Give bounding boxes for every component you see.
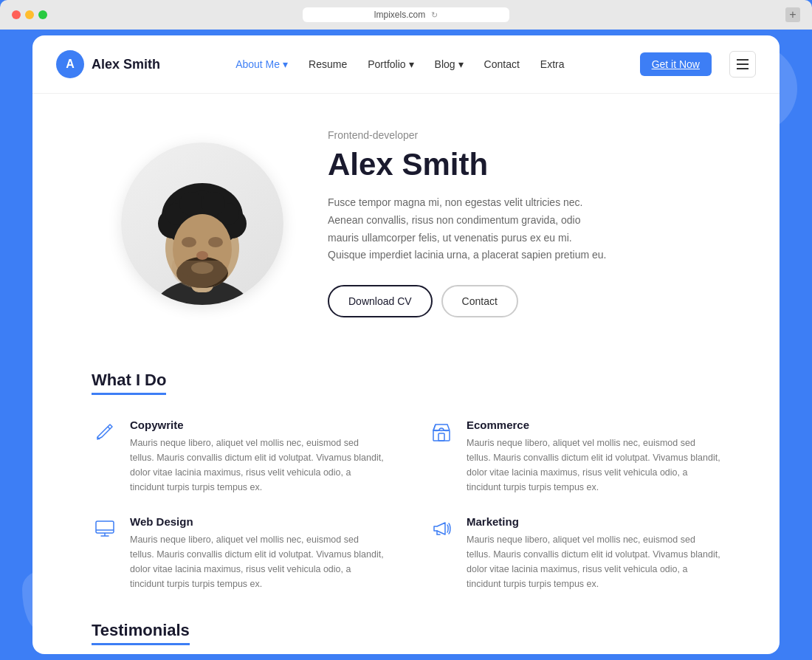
minimize-button[interactable] [25, 10, 34, 19]
svg-point-12 [202, 192, 225, 216]
logo-avatar: A [56, 50, 84, 78]
service-marketing-title: Marketing [467, 515, 720, 528]
nav-item-blog[interactable]: Blog ▾ [435, 58, 464, 70]
hamburger-menu[interactable] [729, 51, 756, 78]
service-copywrite-title: Copywrite [130, 419, 384, 431]
nav-link-contact[interactable]: Contact [484, 58, 520, 70]
new-tab-button[interactable]: + [785, 7, 800, 22]
store-icon [428, 419, 455, 445]
traffic-lights [12, 10, 47, 19]
hero-buttons: Download CV Contact [328, 285, 720, 317]
address-bar[interactable]: lmpixels.com ↻ [303, 7, 509, 22]
service-marketing-desc: Mauris neque libero, aliquet vel mollis … [467, 532, 720, 591]
nav-item-extra[interactable]: Extra [540, 58, 565, 70]
hero-info: Frontend-developer Alex Smith Fusce temp… [328, 129, 720, 317]
contact-button[interactable]: Contact [441, 285, 518, 317]
service-ecommerce-content: Ecommerce Mauris neque libero, aliquet v… [467, 419, 720, 495]
main-card: A Alex Smith About Me ▾ Resume Portfolio… [32, 35, 780, 654]
testimonials-section: Testimonials [32, 615, 780, 654]
logo-initial: A [66, 58, 75, 71]
service-copywrite: Copywrite Mauris neque libero, aliquet v… [92, 419, 384, 495]
service-webdesign-content: Web Design Mauris neque libero, aliquet … [130, 515, 384, 591]
download-cv-button[interactable]: Download CV [328, 285, 433, 317]
nav-link-blog[interactable]: Blog ▾ [435, 58, 464, 70]
svg-point-17 [208, 237, 223, 247]
browser-chrome: lmpixels.com ↻ + [0, 0, 812, 30]
hamburger-line [737, 68, 749, 69]
nav-link-about[interactable]: About Me ▾ [235, 58, 288, 70]
monitor-icon [92, 515, 118, 542]
nav-item-contact[interactable]: Contact [484, 58, 520, 70]
testimonials-title: Testimonials [92, 621, 190, 645]
service-webdesign-desc: Mauris neque libero, aliquet vel mollis … [130, 532, 384, 591]
get-it-now-button[interactable]: Get it Now [640, 52, 712, 76]
nav-item-resume[interactable]: Resume [309, 58, 347, 70]
service-webdesign-title: Web Design [130, 515, 384, 528]
service-ecommerce-desc: Mauris neque libero, aliquet vel mollis … [467, 436, 720, 495]
service-marketing: Marketing Mauris neque libero, aliquet v… [428, 515, 720, 591]
chevron-down-icon: ▾ [283, 58, 288, 70]
svg-point-18 [196, 251, 208, 260]
close-button[interactable] [12, 10, 21, 19]
nav-link-extra[interactable]: Extra [540, 58, 565, 70]
logo-name: Alex Smith [92, 57, 160, 72]
nav-links: About Me ▾ Resume Portfolio ▾ Blog ▾ [235, 58, 564, 70]
svg-rect-21 [438, 433, 444, 441]
svg-rect-20 [433, 430, 450, 441]
nav-link-resume[interactable]: Resume [309, 58, 347, 70]
megaphone-icon [428, 515, 455, 542]
service-copywrite-desc: Mauris neque libero, aliquet vel mollis … [130, 436, 384, 495]
url-text: lmpixels.com [374, 10, 425, 20]
logo: A Alex Smith [56, 50, 160, 78]
svg-rect-22 [96, 521, 114, 533]
nav-link-portfolio[interactable]: Portfolio ▾ [368, 58, 413, 70]
nav-item-about[interactable]: About Me ▾ [235, 58, 288, 70]
navigation: A Alex Smith About Me ▾ Resume Portfolio… [32, 35, 780, 94]
hamburger-line [737, 63, 749, 65]
service-copywrite-content: Copywrite Mauris neque libero, aliquet v… [130, 419, 384, 495]
service-webdesign: Web Design Mauris neque libero, aliquet … [92, 515, 384, 591]
chevron-down-icon: ▾ [409, 58, 414, 70]
refresh-icon[interactable]: ↻ [431, 10, 438, 20]
hero-image-container [121, 142, 283, 305]
service-marketing-content: Marketing Mauris neque libero, aliquet v… [467, 515, 720, 591]
chevron-down-icon: ▾ [458, 58, 464, 70]
svg-point-16 [182, 237, 196, 247]
hero-subtitle: Frontend-developer [328, 129, 720, 141]
maximize-button[interactable] [38, 10, 47, 19]
hamburger-line [737, 59, 749, 61]
hero-bio: Fusce tempor magna mi, non egestas velit… [328, 194, 608, 264]
nav-item-portfolio[interactable]: Portfolio ▾ [368, 58, 413, 70]
what-i-do-title: What I Do [92, 371, 166, 395]
hero-name: Alex Smith [328, 147, 720, 182]
pencil-icon [92, 419, 118, 445]
hero-section: Frontend-developer Alex Smith Fusce temp… [32, 94, 780, 353]
svg-point-11 [179, 192, 203, 216]
hero-person-svg [128, 146, 276, 305]
service-ecommerce-title: Ecommerce [467, 419, 720, 431]
service-ecommerce: Ecommerce Mauris neque libero, aliquet v… [428, 419, 720, 495]
hero-avatar [121, 142, 283, 305]
services-grid: Copywrite Mauris neque libero, aliquet v… [92, 419, 720, 591]
what-i-do-section: What I Do Copywrite Mauris neque libero,… [32, 353, 780, 615]
